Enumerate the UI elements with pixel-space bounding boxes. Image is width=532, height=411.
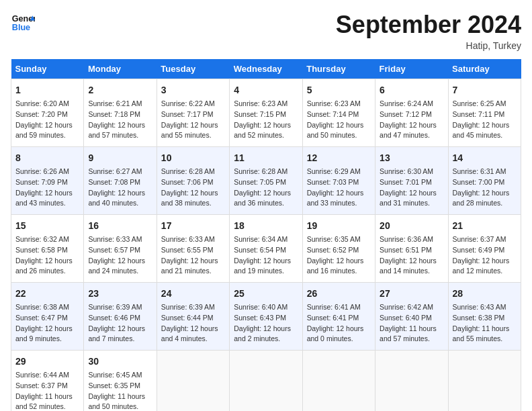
calendar-cell: 11Sunrise: 6:28 AMSunset: 7:05 PMDayligh…: [230, 147, 302, 215]
calendar-cell: 30Sunrise: 6:45 AMSunset: 6:35 PMDayligh…: [84, 351, 157, 412]
day-number: 16: [88, 219, 152, 233]
cell-content: Sunrise: 6:36 AMSunset: 6:51 PMDaylight:…: [380, 234, 443, 277]
day-number: 15: [15, 219, 79, 233]
cell-content: Sunrise: 6:21 AMSunset: 7:18 PMDaylight:…: [88, 99, 152, 141]
cell-content: Sunrise: 6:38 AMSunset: 6:47 PMDaylight:…: [15, 302, 79, 345]
cell-content: Sunrise: 6:31 AMSunset: 7:00 PMDaylight:…: [453, 167, 517, 209]
svg-text:Blue: Blue: [12, 23, 30, 32]
day-number: 22: [15, 287, 79, 301]
calendar-cell: 13Sunrise: 6:30 AMSunset: 7:01 PMDayligh…: [375, 147, 448, 215]
calendar-cell: 15Sunrise: 6:32 AMSunset: 6:58 PMDayligh…: [11, 215, 84, 283]
calendar-cell: 20Sunrise: 6:36 AMSunset: 6:51 PMDayligh…: [375, 215, 448, 283]
calendar-cell: [448, 351, 521, 412]
cell-content: Sunrise: 6:43 AMSunset: 6:38 PMDaylight:…: [453, 302, 517, 345]
cell-content: Sunrise: 6:32 AMSunset: 6:58 PMDaylight:…: [15, 234, 79, 277]
day-number: 17: [161, 219, 225, 233]
day-number: 27: [380, 287, 443, 301]
column-header-friday: Friday: [375, 59, 448, 79]
cell-content: Sunrise: 6:35 AMSunset: 6:52 PMDaylight:…: [307, 234, 371, 277]
cell-content: Sunrise: 6:45 AMSunset: 6:35 PMDaylight:…: [88, 370, 152, 411]
day-number: 29: [15, 355, 79, 369]
day-number: 6: [380, 83, 443, 97]
calendar-cell: 2Sunrise: 6:21 AMSunset: 7:18 PMDaylight…: [84, 79, 157, 147]
calendar-cell: [375, 351, 448, 412]
day-number: 26: [307, 287, 371, 301]
cell-content: Sunrise: 6:33 AMSunset: 6:55 PMDaylight:…: [161, 234, 225, 277]
cell-content: Sunrise: 6:30 AMSunset: 7:01 PMDaylight:…: [380, 167, 443, 209]
day-number: 5: [307, 83, 371, 97]
day-number: 28: [453, 287, 517, 301]
cell-content: Sunrise: 6:34 AMSunset: 6:54 PMDaylight:…: [234, 234, 298, 277]
cell-content: Sunrise: 6:41 AMSunset: 6:41 PMDaylight:…: [307, 302, 371, 345]
logo: General Blue: [11, 11, 35, 35]
calendar-header-row: SundayMondayTuesdayWednesdayThursdayFrid…: [11, 59, 521, 79]
calendar-cell: 21Sunrise: 6:37 AMSunset: 6:49 PMDayligh…: [448, 215, 521, 283]
day-number: 14: [453, 151, 517, 165]
day-number: 11: [234, 151, 298, 165]
day-number: 30: [88, 355, 152, 369]
column-header-saturday: Saturday: [448, 59, 521, 79]
calendar-cell: 22Sunrise: 6:38 AMSunset: 6:47 PMDayligh…: [11, 283, 84, 351]
day-number: 4: [234, 83, 298, 97]
cell-content: Sunrise: 6:23 AMSunset: 7:15 PMDaylight:…: [234, 99, 298, 141]
calendar-week-2: 8Sunrise: 6:26 AMSunset: 7:09 PMDaylight…: [11, 147, 521, 215]
cell-content: Sunrise: 6:23 AMSunset: 7:14 PMDaylight:…: [307, 99, 371, 141]
location: Hatip, Turkey: [336, 40, 521, 51]
cell-content: Sunrise: 6:27 AMSunset: 7:08 PMDaylight:…: [88, 167, 152, 209]
calendar-cell: 28Sunrise: 6:43 AMSunset: 6:38 PMDayligh…: [448, 283, 521, 351]
calendar-week-1: 1Sunrise: 6:20 AMSunset: 7:20 PMDaylight…: [11, 79, 521, 147]
calendar-cell: 12Sunrise: 6:29 AMSunset: 7:03 PMDayligh…: [302, 147, 375, 215]
calendar-cell: 8Sunrise: 6:26 AMSunset: 7:09 PMDaylight…: [11, 147, 84, 215]
day-number: 1: [15, 83, 79, 97]
title-area: September 2024 Hatip, Turkey: [336, 11, 521, 51]
calendar-cell: [157, 351, 229, 412]
cell-content: Sunrise: 6:33 AMSunset: 6:57 PMDaylight:…: [88, 234, 152, 277]
day-number: 2: [88, 83, 152, 97]
page-header: General Blue September 2024 Hatip, Turke…: [11, 11, 521, 51]
calendar-cell: 27Sunrise: 6:42 AMSunset: 6:40 PMDayligh…: [375, 283, 448, 351]
calendar-cell: 16Sunrise: 6:33 AMSunset: 6:57 PMDayligh…: [84, 215, 157, 283]
cell-content: Sunrise: 6:24 AMSunset: 7:12 PMDaylight:…: [380, 99, 443, 141]
cell-content: Sunrise: 6:42 AMSunset: 6:40 PMDaylight:…: [380, 302, 443, 345]
calendar-table: SundayMondayTuesdayWednesdayThursdayFrid…: [11, 59, 521, 411]
day-number: 25: [234, 287, 298, 301]
day-number: 19: [307, 219, 371, 233]
cell-content: Sunrise: 6:44 AMSunset: 6:37 PMDaylight:…: [15, 370, 79, 411]
calendar-cell: 1Sunrise: 6:20 AMSunset: 7:20 PMDaylight…: [11, 79, 84, 147]
cell-content: Sunrise: 6:28 AMSunset: 7:06 PMDaylight:…: [161, 167, 225, 209]
day-number: 8: [15, 151, 79, 165]
calendar-cell: 24Sunrise: 6:39 AMSunset: 6:44 PMDayligh…: [157, 283, 229, 351]
calendar-cell: 17Sunrise: 6:33 AMSunset: 6:55 PMDayligh…: [157, 215, 229, 283]
cell-content: Sunrise: 6:25 AMSunset: 7:11 PMDaylight:…: [453, 99, 517, 141]
month-title: September 2024: [336, 11, 521, 39]
calendar-cell: 10Sunrise: 6:28 AMSunset: 7:06 PMDayligh…: [157, 147, 229, 215]
calendar-cell: 29Sunrise: 6:44 AMSunset: 6:37 PMDayligh…: [11, 351, 84, 412]
calendar-cell: 18Sunrise: 6:34 AMSunset: 6:54 PMDayligh…: [230, 215, 302, 283]
day-number: 24: [161, 287, 225, 301]
day-number: 18: [234, 219, 298, 233]
day-number: 23: [88, 287, 152, 301]
calendar-week-3: 15Sunrise: 6:32 AMSunset: 6:58 PMDayligh…: [11, 215, 521, 283]
day-number: 7: [453, 83, 517, 97]
calendar-cell: 23Sunrise: 6:39 AMSunset: 6:46 PMDayligh…: [84, 283, 157, 351]
calendar-cell: 19Sunrise: 6:35 AMSunset: 6:52 PMDayligh…: [302, 215, 375, 283]
cell-content: Sunrise: 6:22 AMSunset: 7:17 PMDaylight:…: [161, 99, 225, 141]
day-number: 3: [161, 83, 225, 97]
column-header-tuesday: Tuesday: [157, 59, 229, 79]
calendar-cell: 25Sunrise: 6:40 AMSunset: 6:43 PMDayligh…: [230, 283, 302, 351]
calendar-cell: [302, 351, 375, 412]
calendar-cell: 4Sunrise: 6:23 AMSunset: 7:15 PMDaylight…: [230, 79, 302, 147]
day-number: 12: [307, 151, 371, 165]
day-number: 21: [453, 219, 517, 233]
logo-icon: General Blue: [11, 11, 35, 35]
column-header-sunday: Sunday: [11, 59, 84, 79]
calendar-week-4: 22Sunrise: 6:38 AMSunset: 6:47 PMDayligh…: [11, 283, 521, 351]
cell-content: Sunrise: 6:39 AMSunset: 6:46 PMDaylight:…: [88, 302, 152, 345]
cell-content: Sunrise: 6:28 AMSunset: 7:05 PMDaylight:…: [234, 167, 298, 209]
cell-content: Sunrise: 6:26 AMSunset: 7:09 PMDaylight:…: [15, 167, 79, 209]
calendar-cell: 3Sunrise: 6:22 AMSunset: 7:17 PMDaylight…: [157, 79, 229, 147]
calendar-cell: 7Sunrise: 6:25 AMSunset: 7:11 PMDaylight…: [448, 79, 521, 147]
calendar-week-5: 29Sunrise: 6:44 AMSunset: 6:37 PMDayligh…: [11, 351, 521, 412]
calendar-cell: 5Sunrise: 6:23 AMSunset: 7:14 PMDaylight…: [302, 79, 375, 147]
cell-content: Sunrise: 6:40 AMSunset: 6:43 PMDaylight:…: [234, 302, 298, 345]
